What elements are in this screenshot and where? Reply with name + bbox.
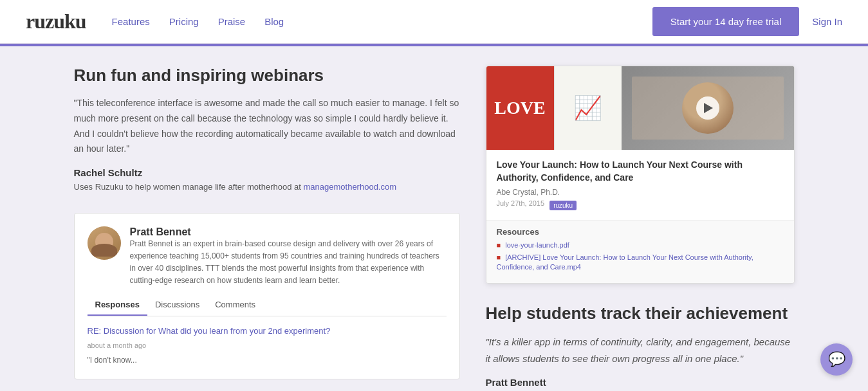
resource-link-2[interactable]: ■ [ARCHIVE] Love Your Launch: How to Lau…	[497, 253, 784, 273]
sign-in-link[interactable]: Sign In	[812, 16, 842, 27]
logo: ruzuku	[26, 10, 86, 33]
achievement-quote: "It's a killer app in terms of continuit…	[486, 334, 795, 367]
page-content: Run fun and inspiring webinars "This tel…	[48, 46, 820, 391]
achievement-section: Help students track their achievement "I…	[486, 303, 795, 391]
header: ruzuku Features Pricing Praise Blog Star…	[0, 0, 868, 44]
left-column: Run fun and inspiring webinars "This tel…	[74, 66, 460, 391]
profile-name: Pratt Bennet	[130, 226, 447, 238]
course-date: July 27th, 2015	[497, 199, 545, 207]
discussion-preview: "I don't know...	[88, 354, 447, 366]
discussion-link[interactable]: RE: Discussion for What did you learn fr…	[88, 325, 447, 337]
webinar-title: Run fun and inspiring webinars	[74, 66, 460, 86]
nav-blog[interactable]: Blog	[264, 16, 284, 27]
chart-card: 📈	[554, 66, 622, 150]
course-author: Abe Crystal, Ph.D.	[497, 188, 784, 197]
right-column: LOVE 📈 Love Your Launch:	[486, 66, 795, 391]
nav-features[interactable]: Features	[112, 16, 150, 27]
time-ago: about a month ago	[88, 341, 447, 349]
achievement-title: Help students track their achievement	[486, 303, 795, 325]
play-button[interactable]	[696, 96, 719, 120]
video-thumbnail	[622, 66, 794, 150]
profile-card: Pratt Bennet Pratt Bennet is an expert i…	[74, 213, 460, 379]
cta-button[interactable]: Start your 14 day free trial	[652, 7, 800, 36]
header-actions: Start your 14 day free trial Sign In	[652, 7, 842, 36]
bullet-icon: ■	[497, 241, 501, 249]
screenshot-top: LOVE 📈	[486, 66, 794, 150]
love-text: LOVE	[494, 98, 545, 118]
profile-bio: Pratt Bennet is an expert in brain-based…	[130, 238, 447, 287]
main-nav: Features Pricing Praise Blog	[112, 16, 652, 27]
resource-link-1[interactable]: ■ love-your-launch.pdf	[497, 241, 784, 250]
resources-title: Resources	[497, 227, 784, 237]
course-info: Love Your Launch: How to Launch Your Nex…	[486, 150, 794, 220]
bullet-icon-2: ■	[497, 253, 501, 261]
course-screenshot: LOVE 📈 Love Your Launch:	[486, 66, 795, 284]
ruzuku-badge: ruzuku	[549, 201, 577, 210]
achievement-author-name: Pratt Bennett	[486, 377, 795, 388]
love-card: LOVE	[486, 66, 554, 150]
profile-header: Pratt Bennet Pratt Bennet is an expert i…	[88, 226, 447, 287]
nav-praise[interactable]: Praise	[218, 16, 246, 27]
resources-section: Resources ■ love-your-launch.pdf ■ [ARCH…	[486, 220, 794, 283]
course-name: Love Your Launch: How to Launch Your Nex…	[497, 159, 784, 184]
tab-comments[interactable]: Comments	[207, 296, 263, 316]
webinar-author-desc: Uses Ruzuku to help women manage life af…	[74, 181, 460, 194]
card-tabs: Responses Discussions Comments	[88, 296, 447, 316]
chart-icon: 📈	[573, 95, 602, 122]
avatar	[88, 226, 121, 260]
tab-discussions[interactable]: Discussions	[147, 296, 207, 316]
webinar-quote: "This teleconference interface is awesom…	[74, 96, 460, 157]
chat-button[interactable]: 💬	[820, 343, 853, 376]
webinar-author-link[interactable]: managemotherhood.com	[304, 182, 397, 192]
tab-responses[interactable]: Responses	[88, 296, 147, 316]
webinar-section: Run fun and inspiring webinars "This tel…	[74, 66, 460, 194]
play-triangle-icon	[704, 103, 713, 113]
webinar-author-name: Rachel Schultz	[74, 167, 460, 178]
nav-pricing[interactable]: Pricing	[169, 16, 199, 27]
chat-icon: 💬	[828, 351, 845, 368]
